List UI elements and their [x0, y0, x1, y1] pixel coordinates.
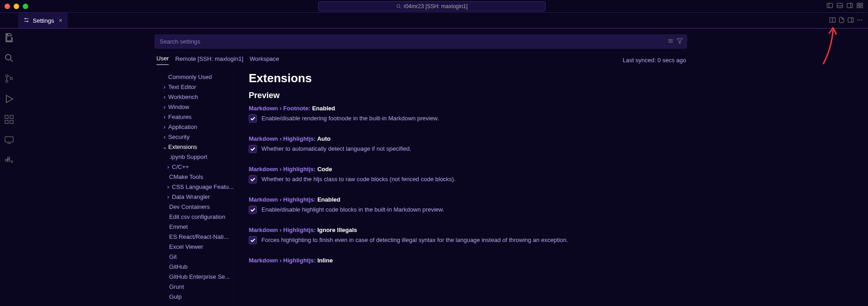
window-controls	[0, 4, 28, 9]
chevron-right-icon: ›	[161, 113, 168, 121]
search-icon	[396, 4, 401, 9]
docker-icon[interactable]	[4, 155, 15, 167]
checkbox[interactable]	[249, 145, 257, 153]
svg-rect-17	[848, 18, 853, 22]
chevron-right-icon: ›	[165, 183, 172, 191]
scope-remote[interactable]: Remote [SSH: maxlogin1]	[175, 55, 243, 65]
chevron-right-icon: ›	[161, 93, 168, 101]
svg-rect-33	[8, 157, 10, 159]
tree-extensions[interactable]: ⌄Extensions	[155, 142, 234, 152]
svg-point-24	[6, 80, 8, 83]
layout-icon[interactable]	[856, 2, 863, 10]
setting-description: Whether to automatically detect language…	[261, 145, 411, 153]
tab-settings[interactable]: Settings ×	[18, 13, 67, 28]
subsection-header-preview: Preview	[249, 91, 686, 100]
tree-ext-ghe[interactable]: GitHub Enterprise Se...	[155, 272, 234, 282]
minimize-window-button[interactable]	[14, 4, 19, 9]
settings-tab-icon	[23, 16, 30, 25]
close-window-button[interactable]	[5, 4, 10, 9]
svg-rect-28	[10, 120, 13, 123]
svg-rect-8	[860, 3, 863, 5]
command-center[interactable]: r04mr23 [SSH: maxlogin1]	[318, 1, 546, 11]
section-header-extensions: Extensions	[249, 71, 686, 85]
checkbox[interactable]	[249, 236, 257, 244]
settings-list[interactable]: Extensions Preview Markdown › Footnote: …	[234, 70, 686, 306]
setting-highlightjs-auto: Markdown › Highlightjs: Auto Whether to …	[249, 135, 686, 153]
tree-ext-dw[interactable]: ›Data Wrangler	[155, 192, 234, 202]
tree-ext-editcsv[interactable]: Edit csv configuration	[155, 212, 234, 222]
chevron-right-icon: ›	[161, 133, 168, 141]
split-editor-icon[interactable]	[829, 16, 836, 25]
clear-search-icon[interactable]	[667, 37, 674, 46]
svg-rect-5	[847, 3, 853, 8]
svg-rect-30	[5, 137, 13, 142]
explorer-icon[interactable]	[4, 32, 15, 44]
close-tab-icon[interactable]: ×	[59, 17, 62, 24]
tree-security[interactable]: ›Security	[155, 132, 234, 142]
settings-scope-tabs: User Remote [SSH: maxlogin1] Workspace L…	[155, 49, 686, 68]
setting-description: Enable/disable rendering footnode in the…	[261, 114, 439, 123]
activity-bar	[0, 29, 18, 306]
panel-left-icon[interactable]	[826, 2, 833, 10]
tree-ext-github[interactable]: GitHub	[155, 262, 234, 272]
tab-bar: Settings ×	[0, 13, 868, 29]
tree-features[interactable]: ›Features	[155, 112, 234, 122]
svg-point-22	[5, 54, 11, 60]
toggle-sidebar-icon[interactable]	[847, 16, 854, 25]
chevron-right-icon: ›	[161, 83, 168, 91]
svg-point-19	[858, 20, 858, 20]
settings-tree[interactable]: Commonly Used ›Text Editor ›Workbench ›W…	[155, 70, 234, 306]
svg-point-14	[27, 20, 28, 22]
svg-rect-3	[837, 3, 843, 8]
tree-commonly-used[interactable]: Commonly Used	[155, 72, 234, 82]
tree-window[interactable]: ›Window	[155, 102, 234, 112]
remote-explorer-icon[interactable]	[4, 134, 15, 147]
tree-ext-cmake[interactable]: CMake Tools	[155, 172, 234, 182]
chevron-right-icon: ›	[161, 123, 168, 131]
source-control-icon[interactable]	[4, 73, 15, 85]
checkbox[interactable]	[249, 206, 257, 214]
tree-workbench[interactable]: ›Workbench	[155, 92, 234, 102]
chevron-right-icon: ›	[165, 193, 172, 201]
scope-user[interactable]: User	[156, 55, 169, 65]
checkbox[interactable]	[249, 175, 257, 183]
svg-rect-1	[827, 3, 833, 8]
chevron-right-icon: ›	[161, 103, 168, 111]
tree-ext-excel[interactable]: Excel Viewer	[155, 242, 234, 252]
svg-rect-10	[860, 6, 863, 8]
tree-ext-gulp[interactable]: Gulp	[155, 292, 234, 302]
panel-right-icon[interactable]	[846, 2, 853, 10]
svg-point-20	[859, 20, 860, 20]
setting-description: Forces highlighting to finish even in ca…	[261, 236, 568, 244]
tree-ext-esreact[interactable]: ES React/React-Nati...	[155, 232, 234, 242]
tree-ext-cpp[interactable]: ›C/C++	[155, 162, 234, 172]
tree-ext-git[interactable]: Git	[155, 252, 234, 262]
panel-bottom-icon[interactable]	[836, 2, 843, 10]
svg-rect-27	[5, 120, 8, 123]
filter-icon[interactable]	[676, 37, 683, 46]
svg-rect-9	[857, 6, 859, 8]
tree-ext-devc[interactable]: Dev Containers	[155, 202, 234, 212]
run-debug-icon[interactable]	[4, 94, 15, 106]
open-settings-json-icon[interactable]	[838, 16, 845, 25]
svg-point-23	[6, 75, 8, 77]
tree-application[interactable]: ›Application	[155, 122, 234, 132]
scope-workspace[interactable]: Workspace	[250, 55, 279, 65]
more-actions-icon[interactable]	[856, 16, 863, 25]
titlebar: r04mr23 [SSH: maxlogin1]	[0, 0, 868, 13]
tree-ext-ipynb[interactable]: .ipynb Support	[155, 152, 234, 162]
tree-ext-grunt[interactable]: Grunt	[155, 282, 234, 292]
settings-search-input[interactable]	[155, 35, 687, 49]
svg-rect-32	[8, 159, 10, 161]
tree-text-editor[interactable]: ›Text Editor	[155, 82, 234, 92]
setting-footnote-enabled: Markdown › Footnote: Enabled Enable/disa…	[249, 105, 686, 123]
svg-point-0	[397, 4, 400, 7]
checkbox[interactable]	[249, 114, 257, 123]
search-activity-icon[interactable]	[4, 53, 15, 65]
tree-ext-css[interactable]: ›CSS Language Featu...	[155, 182, 234, 192]
maximize-window-button[interactable]	[23, 4, 28, 9]
tree-ext-emmet[interactable]: Emmet	[155, 222, 234, 232]
sync-status[interactable]: Last synced: 0 secs ago	[623, 57, 686, 64]
chevron-right-icon: ›	[165, 163, 172, 171]
extensions-activity-icon[interactable]	[4, 114, 15, 126]
